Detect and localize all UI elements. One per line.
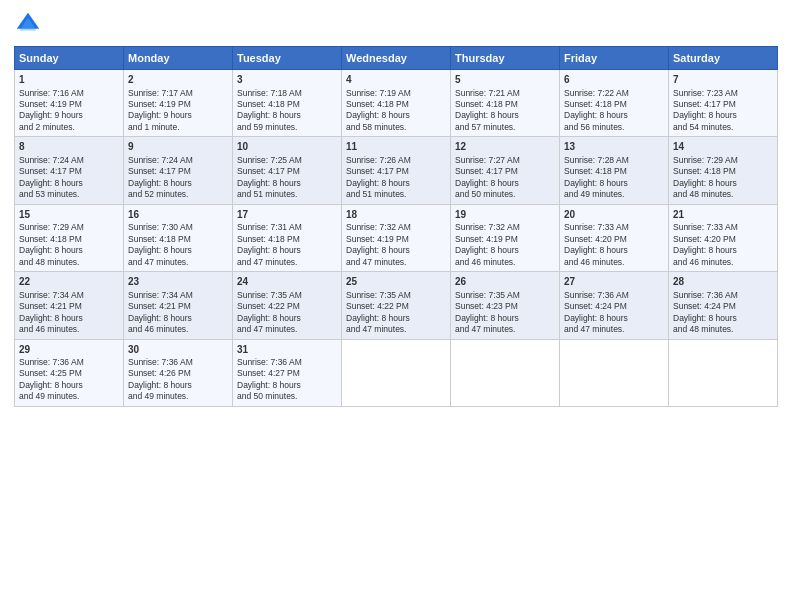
day-info-line: Sunrise: 7:35 AM xyxy=(455,290,555,301)
day-info-line: Sunrise: 7:33 AM xyxy=(564,222,664,233)
day-number: 10 xyxy=(237,140,337,154)
calendar-cell: 12Sunrise: 7:27 AMSunset: 4:17 PMDayligh… xyxy=(451,137,560,204)
day-info-line: and 47 minutes. xyxy=(455,324,555,335)
day-info-line: Sunrise: 7:36 AM xyxy=(128,357,228,368)
calendar-header: SundayMondayTuesdayWednesdayThursdayFrid… xyxy=(15,47,778,70)
day-info-line: Sunset: 4:19 PM xyxy=(346,234,446,245)
day-info-line: Sunrise: 7:36 AM xyxy=(564,290,664,301)
day-number: 28 xyxy=(673,275,773,289)
day-number: 17 xyxy=(237,208,337,222)
day-info-line: Sunrise: 7:29 AM xyxy=(673,155,773,166)
day-number: 21 xyxy=(673,208,773,222)
header-cell-thursday: Thursday xyxy=(451,47,560,70)
day-info-line: and 48 minutes. xyxy=(673,189,773,200)
day-info-line: Daylight: 8 hours xyxy=(19,178,119,189)
day-info-line: Sunrise: 7:28 AM xyxy=(564,155,664,166)
day-number: 11 xyxy=(346,140,446,154)
day-info-line: Daylight: 8 hours xyxy=(673,313,773,324)
day-info-line: Daylight: 8 hours xyxy=(455,245,555,256)
week-row-4: 22Sunrise: 7:34 AMSunset: 4:21 PMDayligh… xyxy=(15,272,778,339)
calendar-cell: 23Sunrise: 7:34 AMSunset: 4:21 PMDayligh… xyxy=(124,272,233,339)
header-row: SundayMondayTuesdayWednesdayThursdayFrid… xyxy=(15,47,778,70)
day-number: 2 xyxy=(128,73,228,87)
day-info-line: Sunrise: 7:22 AM xyxy=(564,88,664,99)
day-info-line: Daylight: 8 hours xyxy=(673,178,773,189)
day-info-line: and 47 minutes. xyxy=(237,257,337,268)
day-info-line: Daylight: 8 hours xyxy=(455,178,555,189)
day-info-line: Daylight: 8 hours xyxy=(346,110,446,121)
day-number: 12 xyxy=(455,140,555,154)
day-number: 7 xyxy=(673,73,773,87)
day-info-line: Daylight: 8 hours xyxy=(19,245,119,256)
day-info-line: Sunset: 4:17 PM xyxy=(19,166,119,177)
day-info-line: and 46 minutes. xyxy=(19,324,119,335)
day-info-line: and 47 minutes. xyxy=(346,324,446,335)
calendar-cell: 16Sunrise: 7:30 AMSunset: 4:18 PMDayligh… xyxy=(124,204,233,271)
day-info-line: Sunset: 4:17 PM xyxy=(237,166,337,177)
calendar-cell: 30Sunrise: 7:36 AMSunset: 4:26 PMDayligh… xyxy=(124,339,233,406)
day-info-line: Sunrise: 7:30 AM xyxy=(128,222,228,233)
day-info-line: Sunrise: 7:21 AM xyxy=(455,88,555,99)
day-info-line: Sunset: 4:18 PM xyxy=(564,166,664,177)
day-number: 31 xyxy=(237,343,337,357)
day-info-line: and 56 minutes. xyxy=(564,122,664,133)
day-number: 9 xyxy=(128,140,228,154)
day-info-line: and 51 minutes. xyxy=(346,189,446,200)
day-info-line: Daylight: 8 hours xyxy=(128,245,228,256)
day-info-line: Sunrise: 7:36 AM xyxy=(673,290,773,301)
day-info-line: Sunset: 4:17 PM xyxy=(128,166,228,177)
day-info-line: Daylight: 8 hours xyxy=(19,313,119,324)
logo-icon xyxy=(14,10,42,38)
day-info-line: and 50 minutes. xyxy=(455,189,555,200)
day-number: 5 xyxy=(455,73,555,87)
day-info-line: Sunrise: 7:27 AM xyxy=(455,155,555,166)
day-info-line: Daylight: 9 hours xyxy=(128,110,228,121)
day-info-line: Daylight: 8 hours xyxy=(455,313,555,324)
calendar-cell: 28Sunrise: 7:36 AMSunset: 4:24 PMDayligh… xyxy=(669,272,778,339)
calendar-cell: 20Sunrise: 7:33 AMSunset: 4:20 PMDayligh… xyxy=(560,204,669,271)
day-info-line: Sunset: 4:21 PM xyxy=(128,301,228,312)
day-info-line: Sunset: 4:23 PM xyxy=(455,301,555,312)
day-number: 29 xyxy=(19,343,119,357)
day-info-line: Sunrise: 7:26 AM xyxy=(346,155,446,166)
day-info-line: Daylight: 8 hours xyxy=(237,110,337,121)
header-cell-saturday: Saturday xyxy=(669,47,778,70)
day-info-line: and 47 minutes. xyxy=(564,324,664,335)
day-info-line: and 49 minutes. xyxy=(564,189,664,200)
day-info-line: and 53 minutes. xyxy=(19,189,119,200)
calendar-body: 1Sunrise: 7:16 AMSunset: 4:19 PMDaylight… xyxy=(15,70,778,407)
day-info-line: Daylight: 8 hours xyxy=(237,313,337,324)
day-number: 19 xyxy=(455,208,555,222)
day-info-line: Sunrise: 7:35 AM xyxy=(237,290,337,301)
header-cell-tuesday: Tuesday xyxy=(233,47,342,70)
day-number: 22 xyxy=(19,275,119,289)
day-info-line: Sunset: 4:19 PM xyxy=(455,234,555,245)
day-info-line: Daylight: 8 hours xyxy=(564,110,664,121)
day-info-line: Sunset: 4:18 PM xyxy=(455,99,555,110)
day-info-line: Sunrise: 7:32 AM xyxy=(455,222,555,233)
day-info-line: Sunset: 4:18 PM xyxy=(19,234,119,245)
calendar-cell: 8Sunrise: 7:24 AMSunset: 4:17 PMDaylight… xyxy=(15,137,124,204)
day-info-line: Sunset: 4:17 PM xyxy=(346,166,446,177)
day-info-line: Daylight: 8 hours xyxy=(564,178,664,189)
logo xyxy=(14,10,46,38)
calendar-cell: 27Sunrise: 7:36 AMSunset: 4:24 PMDayligh… xyxy=(560,272,669,339)
calendar-cell: 11Sunrise: 7:26 AMSunset: 4:17 PMDayligh… xyxy=(342,137,451,204)
calendar-cell: 25Sunrise: 7:35 AMSunset: 4:22 PMDayligh… xyxy=(342,272,451,339)
day-info-line: Sunset: 4:18 PM xyxy=(237,99,337,110)
day-info-line: Daylight: 8 hours xyxy=(564,313,664,324)
day-number: 24 xyxy=(237,275,337,289)
day-info-line: and 47 minutes. xyxy=(237,324,337,335)
day-info-line: Daylight: 8 hours xyxy=(237,245,337,256)
calendar-cell xyxy=(451,339,560,406)
day-number: 6 xyxy=(564,73,664,87)
week-row-1: 1Sunrise: 7:16 AMSunset: 4:19 PMDaylight… xyxy=(15,70,778,137)
day-info-line: and 48 minutes. xyxy=(19,257,119,268)
header-cell-friday: Friday xyxy=(560,47,669,70)
day-info-line: Daylight: 8 hours xyxy=(237,178,337,189)
calendar-cell: 7Sunrise: 7:23 AMSunset: 4:17 PMDaylight… xyxy=(669,70,778,137)
day-info-line: Sunset: 4:18 PM xyxy=(564,99,664,110)
day-info-line: and 49 minutes. xyxy=(128,391,228,402)
day-info-line: Daylight: 8 hours xyxy=(673,245,773,256)
calendar-cell: 21Sunrise: 7:33 AMSunset: 4:20 PMDayligh… xyxy=(669,204,778,271)
